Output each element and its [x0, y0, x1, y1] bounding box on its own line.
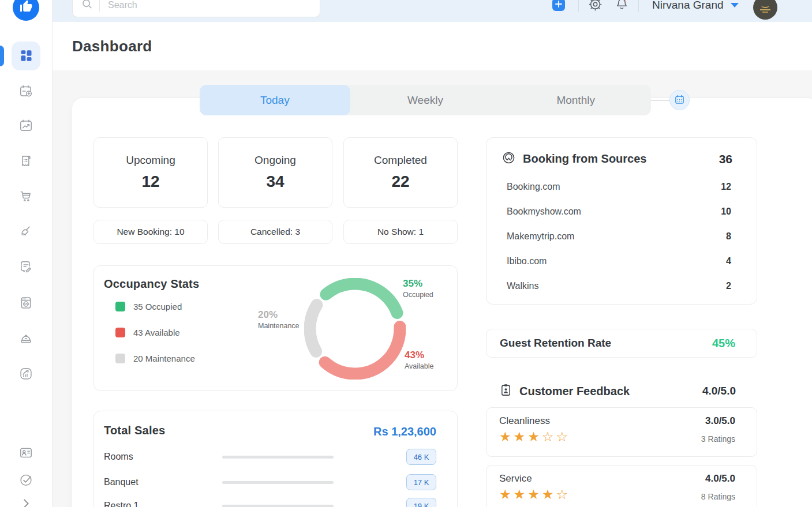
settings-button[interactable]	[588, 0, 603, 14]
app: Nirvana Grand Dashboard TodayWeeklyMonth…	[0, 0, 812, 507]
booking-source-label: Walkins	[507, 281, 726, 291]
total-sales-card: Total Sales Rs 1,23,600 Rooms 46 K Banqu…	[93, 411, 458, 507]
calendar-stats-icon	[18, 125, 33, 135]
sidebar-item-notes[interactable]	[18, 260, 33, 275]
title-band: Dashboard	[52, 22, 812, 70]
legend-swatch	[115, 328, 125, 337]
tab-today[interactable]: Today	[200, 85, 350, 115]
sidebar-item-analytics[interactable]	[18, 366, 33, 381]
gear-icon	[588, 4, 603, 14]
ratings-count: 8 Ratings	[701, 492, 744, 501]
sidebar-item-housekeeping[interactable]	[18, 224, 33, 239]
sales-row: Banquet 17 K	[104, 475, 436, 490]
laundry-machine-icon	[18, 302, 33, 312]
booking-source-row: Makemytrip.com 8	[487, 224, 757, 249]
tab-weekly[interactable]: Weekly	[350, 85, 501, 115]
sidebar-item-orders[interactable]	[18, 189, 33, 204]
sidebar-item-guests[interactable]	[18, 445, 33, 460]
booking-sources-card: Booking from Sources 36 Booking.com 12 B…	[486, 137, 757, 305]
page-title: Dashboard	[72, 37, 152, 55]
account-name: Nirvana Grand	[652, 0, 724, 12]
feedback-card: Service 4.0/5.0 ★★★★☆ 8 Ratings	[486, 465, 757, 507]
avatar[interactable]	[753, 0, 777, 20]
note-edit-icon	[18, 266, 33, 276]
booking-source-value: 8	[726, 231, 731, 242]
sales-row-label: Restro 1	[104, 501, 222, 507]
chevron-right-icon	[20, 502, 32, 507]
summary-card: Ongoing 34	[218, 137, 332, 208]
summary-card: Completed 22	[343, 137, 458, 208]
sidebar-expand-button[interactable]	[20, 497, 32, 507]
notifications-button[interactable]	[614, 0, 630, 14]
retention-title: Guest Retention Rate	[500, 337, 611, 350]
sales-row-value-badge: 19 K	[406, 498, 436, 507]
tab-monthly[interactable]: Monthly	[500, 85, 651, 115]
sidebar-item-booking-add[interactable]	[18, 84, 33, 99]
sidebar-item-services[interactable]	[18, 331, 33, 345]
callout-label: Occupied	[403, 291, 433, 299]
main-area: Nirvana Grand Dashboard TodayWeeklyMonth…	[52, 0, 812, 507]
summary-card-title: Ongoing	[255, 154, 296, 167]
sales-row-label: Rooms	[104, 452, 222, 462]
check-circle-icon	[18, 479, 33, 489]
sidebar-item-dashboard[interactable]	[12, 42, 40, 70]
period-tabs: TodayWeeklyMonthly	[200, 85, 651, 115]
search-divider	[99, 0, 100, 12]
legend-label: 43 Available	[133, 328, 180, 337]
dashboard-icon	[18, 47, 34, 65]
topbar-divider	[578, 0, 579, 12]
booking-source-value: 2	[726, 281, 731, 291]
customer-feedback-header: Customer Feedback 4.0/5.0	[486, 380, 757, 403]
account-menu[interactable]: Nirvana Grand	[652, 0, 739, 13]
growth-chart-icon	[18, 373, 33, 383]
legend-label: 20 Maintenance	[133, 354, 195, 363]
sources-icon	[502, 151, 516, 167]
receipt-icon	[18, 160, 33, 170]
sales-row: Restro 1 19 K	[104, 498, 436, 507]
booking-source-value: 12	[721, 182, 731, 192]
legend-item: 20 Maintenance	[115, 354, 195, 363]
summary-sub-badge: No Show: 1	[343, 220, 458, 244]
callout-percent: 43%	[405, 350, 434, 360]
occupancy-stats-card: Occupancy Stats 35 Occupied 43 Available…	[93, 265, 458, 391]
legend-item: 43 Available	[115, 328, 180, 337]
sidebar-item-billing[interactable]	[18, 153, 33, 168]
sidebar	[0, 0, 53, 507]
feedback-card: Cleanliness 3.0/5.0 ★★★☆☆ 3 Ratings	[486, 407, 757, 457]
calendar-add-icon	[18, 91, 33, 100]
legend-label: 35 Occupied	[133, 302, 182, 311]
app-logo	[13, 0, 39, 21]
total-sales-amount: Rs 1,23,600	[373, 425, 436, 438]
calendar-icon	[674, 94, 685, 107]
ratings-count: 3 Ratings	[701, 434, 744, 444]
sidebar-item-tasks[interactable]	[18, 472, 33, 487]
sidebar-item-calendar-stats[interactable]	[18, 118, 33, 133]
chevron-down-icon	[731, 3, 739, 7]
callout-label: Available	[405, 363, 434, 370]
summary-sub-badge: Cancelled: 3	[218, 220, 332, 244]
feedback-category-score: 3.0/5.0	[705, 415, 744, 427]
sales-row-value-badge: 46 K	[406, 449, 436, 465]
occupancy-title: Occupancy Stats	[104, 277, 199, 291]
service-bell-icon	[18, 337, 33, 347]
clipboard-person-icon	[499, 383, 512, 400]
star-rating: ★★★★☆	[499, 488, 570, 501]
quick-add-button[interactable]	[552, 0, 565, 11]
calendar-button[interactable]	[669, 90, 690, 110]
booking-sources-title: Booking from Sources	[523, 152, 646, 166]
topbar-divider	[638, 0, 639, 12]
id-card-icon	[18, 452, 33, 462]
booking-source-label: Ibibo.com	[507, 256, 726, 266]
sales-row: Rooms 46 K	[104, 449, 436, 464]
summary-card-value: 22	[391, 172, 409, 191]
booking-source-value: 4	[726, 256, 731, 266]
thumbs-up-icon	[19, 0, 33, 16]
legend-item: 35 Occupied	[115, 302, 182, 311]
callout-percent: 35%	[403, 279, 433, 288]
search-input[interactable]	[107, 0, 320, 11]
tabs-connector-line	[651, 100, 671, 101]
total-sales-title: Total Sales	[104, 424, 165, 437]
sidebar-item-laundry[interactable]	[18, 295, 33, 310]
callout-label: Maintenance	[258, 322, 300, 330]
broom-icon	[18, 231, 33, 241]
